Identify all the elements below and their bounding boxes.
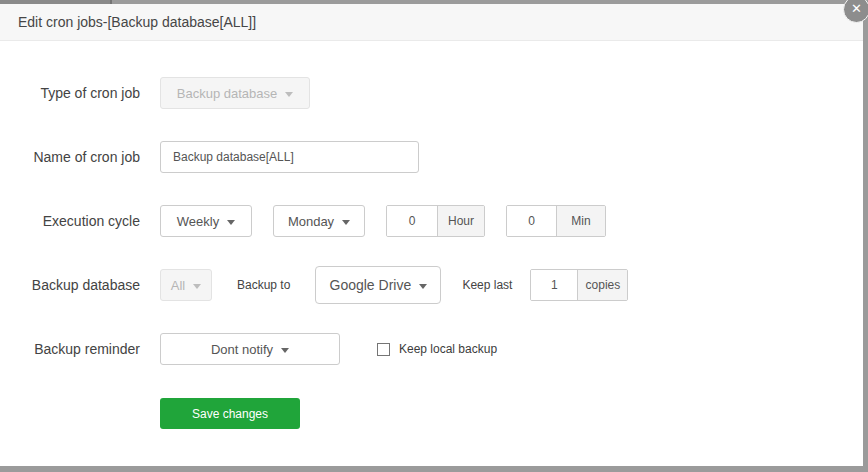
chevron-down-icon <box>419 284 427 289</box>
dialog-title: Edit cron jobs-[Backup database[ALL]] <box>18 14 256 30</box>
keep-local-backup-label[interactable]: Keep local backup <box>399 342 497 356</box>
chevron-down-icon <box>281 348 289 353</box>
row-type-of-cron-job: Type of cron job Backup database <box>0 77 863 109</box>
edit-cron-job-dialog: Edit cron jobs-[Backup database[ALL]] Ty… <box>0 4 863 466</box>
row-actions: Save changes <box>0 398 863 429</box>
backup-destination-dropdown[interactable]: Google Drive <box>315 266 441 304</box>
hour-unit-label: Hour <box>437 206 484 236</box>
reminder-dropdown[interactable]: Dont notify <box>160 333 340 365</box>
copies-input[interactable] <box>531 270 577 300</box>
row-backup-database: Backup database All Backup to Google Dri… <box>0 269 863 301</box>
copies-unit-label: copies <box>577 270 627 300</box>
hour-input[interactable] <box>387 206 437 236</box>
row-backup-reminder: Backup reminder Dont notify Keep local b… <box>0 333 863 365</box>
reminder-label: Backup reminder <box>0 341 140 357</box>
dialog-header: Edit cron jobs-[Backup database[ALL]] <box>0 4 863 41</box>
hour-input-group: Hour <box>386 205 485 237</box>
chevron-down-icon <box>227 220 235 225</box>
backup-destination-value: Google Drive <box>330 277 412 293</box>
minute-input[interactable] <box>507 206 556 236</box>
minute-input-group: Min <box>506 205 606 237</box>
reminder-value: Dont notify <box>211 342 273 357</box>
backup-to-label: Backup to <box>237 278 290 292</box>
cycle-period-value: Weekly <box>177 214 219 229</box>
type-label: Type of cron job <box>0 85 140 101</box>
database-select-value: All <box>171 278 185 293</box>
chevron-down-icon <box>342 220 350 225</box>
cycle-period-dropdown[interactable]: Weekly <box>160 205 252 237</box>
chevron-down-icon <box>285 92 293 97</box>
cycle-label: Execution cycle <box>0 213 140 229</box>
cycle-day-dropdown[interactable]: Monday <box>273 205 365 237</box>
copies-input-group: copies <box>530 269 628 301</box>
cron-type-dropdown[interactable]: Backup database <box>160 77 310 109</box>
database-select-dropdown[interactable]: All <box>160 269 212 301</box>
cycle-day-value: Monday <box>288 214 334 229</box>
save-changes-button[interactable]: Save changes <box>160 398 300 429</box>
cron-name-input[interactable] <box>160 141 419 173</box>
minute-unit-label: Min <box>556 206 605 236</box>
chevron-down-icon <box>193 284 201 289</box>
keep-last-label: Keep last <box>462 278 512 292</box>
dialog-body: Type of cron job Backup database Name of… <box>0 41 863 429</box>
backup-database-label: Backup database <box>0 277 140 293</box>
close-icon[interactable]: ✕ <box>843 0 868 23</box>
keep-local-backup-checkbox[interactable] <box>377 343 390 356</box>
cron-type-value: Backup database <box>177 86 277 101</box>
row-name-of-cron-job: Name of cron job <box>0 141 863 173</box>
row-execution-cycle: Execution cycle Weekly Monday Hour Min <box>0 205 863 237</box>
page: { "window": { "title": "Edit cron jobs-[… <box>0 0 868 472</box>
name-label: Name of cron job <box>0 149 140 165</box>
